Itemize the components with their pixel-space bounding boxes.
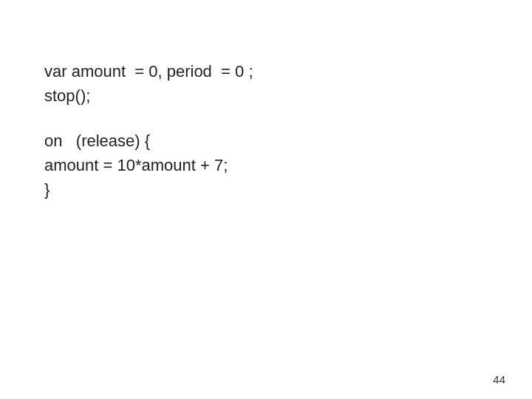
page-number: 44 <box>493 373 505 386</box>
code-line-1: var amount = 0, period = 0 ; <box>44 59 488 83</box>
code-line-3: on (release) { <box>44 129 488 153</box>
code-block-2: on (release) { amount = 10*amount + 7; } <box>44 129 488 202</box>
code-line-4: amount = 10*amount + 7; <box>44 153 488 177</box>
code-line-2: stop(); <box>44 83 488 108</box>
code-line-5: } <box>44 177 488 202</box>
content-area: var amount = 0, period = 0 ; stop(); on … <box>44 59 488 202</box>
spacer <box>44 108 488 129</box>
code-block-1: var amount = 0, period = 0 ; stop(); <box>44 59 488 108</box>
